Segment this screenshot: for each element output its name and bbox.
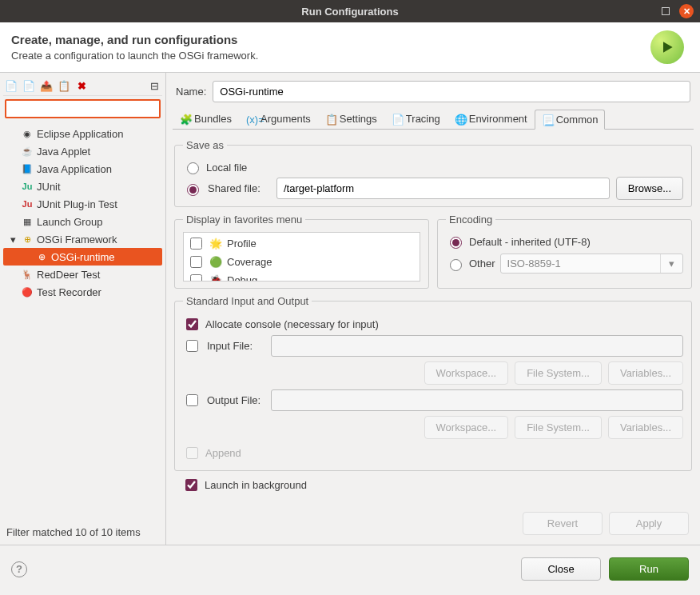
append-label: Append (205, 447, 241, 459)
junit-plugin-icon: Ju (21, 198, 34, 210)
tab-common[interactable]: 📃Common (535, 110, 606, 130)
stdio-legend: Standard Input and Output (183, 295, 312, 307)
revert-button[interactable]: Revert (523, 512, 603, 535)
run-icon (650, 30, 684, 64)
allocate-console-check[interactable] (186, 318, 198, 330)
window-titlebar: Run Configurations ✕ (0, 0, 700, 22)
shared-file-radio[interactable] (187, 184, 199, 196)
output-workspace-button[interactable]: Workspace... (424, 416, 509, 439)
local-file-radio[interactable] (187, 162, 199, 174)
input-file-input[interactable] (271, 335, 683, 357)
encoding-other-select[interactable]: ISO-8859-1 ▾ (500, 254, 683, 274)
save-as-legend: Save as (183, 139, 227, 151)
eclipse-icon: ◉ (21, 127, 34, 140)
encoding-legend: Encoding (446, 214, 495, 226)
append-check (186, 447, 198, 459)
local-file-label: Local file (206, 162, 247, 174)
tree-item-java-applet[interactable]: ☕Java Applet (3, 142, 162, 160)
config-tree: ◉Eclipse Application ☕Java Applet 📘Java … (3, 122, 162, 523)
allocate-console-label: Allocate console (necessary for input) (205, 318, 379, 330)
tracing-icon: 📄 (392, 114, 403, 125)
tab-tracing[interactable]: 📄Tracing (384, 109, 447, 129)
caret-down-icon: ▾ (8, 234, 18, 246)
collapse-all-icon[interactable]: ⊟ (148, 79, 161, 92)
output-file-input[interactable] (271, 389, 683, 411)
tab-settings[interactable]: 📋Settings (318, 109, 384, 129)
shared-file-input[interactable] (276, 178, 610, 199)
encoding-default-radio[interactable] (450, 237, 462, 249)
junit-icon: Ju (21, 180, 34, 193)
common-icon: 📃 (542, 114, 553, 126)
settings-icon: 📋 (325, 114, 336, 125)
input-workspace-button[interactable]: Workspace... (424, 361, 509, 385)
output-variables-button[interactable]: Variables... (608, 416, 683, 439)
input-variables-button[interactable]: Variables... (608, 361, 683, 385)
input-filesystem-button[interactable]: File System... (515, 361, 602, 385)
fav-profile-check[interactable] (190, 238, 202, 250)
output-file-check[interactable] (186, 394, 198, 406)
dialog-header: Create, manage, and run configurations C… (0, 22, 700, 73)
debug-icon: 🐞 (209, 274, 222, 282)
name-input[interactable] (213, 81, 690, 102)
browse-button[interactable]: Browse... (616, 177, 683, 200)
tab-bundles[interactable]: 🧩Bundles (173, 109, 239, 129)
osgi-icon: ⊕ (21, 233, 34, 246)
arguments-icon: (x)= (246, 114, 257, 125)
new-prototype-icon[interactable]: 📄 (22, 79, 35, 92)
config-tabs: 🧩Bundles (x)=Arguments 📋Settings 📄Tracin… (173, 109, 694, 130)
output-file-label: Output File: (207, 394, 264, 406)
new-config-icon[interactable]: 📄 (5, 79, 18, 92)
encoding-group: Encoding Default - inherited (UTF-8) Oth… (437, 214, 692, 289)
launch-background-check[interactable] (185, 479, 197, 491)
tree-item-test-recorder[interactable]: 🔴Test Recorder (3, 283, 162, 301)
environment-icon: 🌐 (455, 114, 466, 125)
favorites-legend: Display in favorites menu (183, 214, 305, 226)
tree-item-reddeer[interactable]: 🦌RedDeer Test (3, 266, 162, 283)
close-window-icon[interactable]: ✕ (679, 4, 694, 18)
input-file-label: Input File: (207, 340, 264, 352)
favorites-listbox[interactable]: 🌟Profile 🟢Coverage 🐞Debug (183, 232, 420, 282)
recorder-icon: 🔴 (21, 286, 34, 298)
tab-arguments[interactable]: (x)=Arguments (239, 109, 318, 129)
fav-coverage-check[interactable] (190, 256, 202, 268)
tree-item-osgi-runtime[interactable]: ⊕OSGi-runtime (3, 248, 162, 266)
output-filesystem-button[interactable]: File System... (515, 416, 602, 439)
help-icon[interactable]: ? (11, 561, 27, 577)
tree-item-junit-plugin[interactable]: JuJUnit Plug-in Test (3, 195, 162, 213)
encoding-other-label: Other (469, 258, 495, 270)
input-file-check[interactable] (186, 340, 198, 352)
filter-status: Filter matched 10 of 10 items (3, 523, 162, 541)
fav-debug-check[interactable] (190, 274, 202, 282)
tree-item-osgi-framework[interactable]: ▾⊕OSGi Framework (3, 230, 162, 248)
osgi-config-icon: ⊕ (35, 250, 48, 263)
launch-group-icon: ▦ (21, 215, 34, 228)
tree-item-java-application[interactable]: 📘Java Application (3, 160, 162, 178)
save-as-group: Save as Local file Shared file: Browse..… (174, 139, 692, 207)
delete-icon[interactable]: ✖ (75, 79, 88, 92)
tab-environment[interactable]: 🌐Environment (447, 109, 535, 129)
export-icon[interactable]: 📤 (40, 79, 53, 92)
favorites-group: Display in favorites menu 🌟Profile 🟢Cove… (174, 214, 429, 289)
applet-icon: ☕ (21, 145, 34, 158)
window-title: Run Configurations (301, 6, 398, 18)
tree-item-eclipse-application[interactable]: ◉Eclipse Application (3, 125, 162, 142)
maximize-icon[interactable] (662, 7, 670, 15)
reddeer-icon: 🦌 (21, 268, 34, 281)
duplicate-icon[interactable]: 📋 (58, 79, 70, 92)
launch-background-label: Launch in background (205, 479, 307, 491)
tree-item-launch-group[interactable]: ▦Launch Group (3, 213, 162, 230)
apply-button[interactable]: Apply (609, 512, 689, 535)
shared-file-label: Shared file: (208, 182, 270, 194)
tree-item-junit[interactable]: JuJUnit (3, 178, 162, 195)
dropdown-arrow-icon: ▾ (660, 254, 682, 273)
profile-icon: 🌟 (209, 238, 222, 250)
coverage-icon: 🟢 (209, 256, 222, 268)
filter-input[interactable] (5, 99, 161, 118)
run-button[interactable]: Run (609, 557, 689, 581)
close-button[interactable]: Close (521, 557, 601, 581)
encoding-default-label: Default - inherited (UTF-8) (469, 236, 591, 248)
header-title: Create, manage, and run configurations (11, 33, 258, 46)
encoding-other-radio[interactable] (450, 259, 462, 271)
name-label: Name: (176, 86, 206, 98)
config-toolbar: 📄 📄 📤 📋 ✖ ⊟ (3, 76, 162, 96)
